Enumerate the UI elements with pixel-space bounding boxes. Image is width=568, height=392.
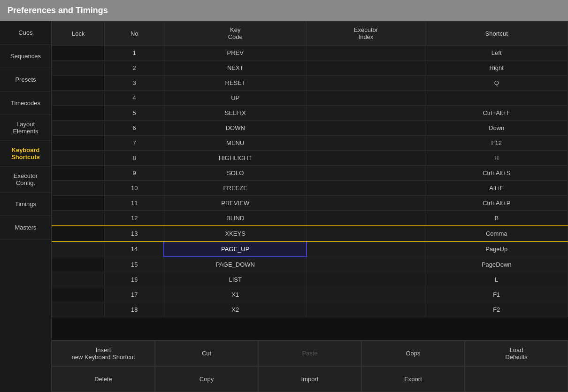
shortcut-cell: L: [425, 272, 568, 287]
copy-button[interactable]: Copy: [155, 366, 258, 392]
key-code-cell[interactable]: SOLO: [164, 166, 307, 181]
table-row[interactable]: 12BLINDB: [52, 211, 568, 226]
sidebar-item-cues[interactable]: Cues: [0, 21, 51, 45]
sidebar-item-sequences[interactable]: Sequences: [0, 45, 51, 68]
insert-button[interactable]: Insert new Keyboard Shortcut: [52, 340, 155, 366]
executor-index-cell: [307, 76, 425, 91]
table-row[interactable]: 17X1F1: [52, 287, 568, 302]
key-code-cell[interactable]: FREEZE: [164, 181, 307, 196]
sidebar-item-timecodes[interactable]: Timecodes: [0, 92, 51, 115]
no-cell: 13: [105, 226, 164, 241]
sidebar-item-layout-elements[interactable]: Layout Elements: [0, 115, 51, 141]
table-row[interactable]: 10FREEZEAlt+F: [52, 181, 568, 196]
executor-index-cell: [307, 181, 425, 196]
lock-cell: [52, 272, 105, 287]
key-code-cell[interactable]: PREV: [164, 46, 307, 61]
key-code-cell[interactable]: HIGHLIGHT: [164, 151, 307, 166]
sidebar-item-masters[interactable]: Masters: [0, 216, 51, 239]
table-row[interactable]: 16LISTL: [52, 272, 568, 287]
lock-cell: [52, 106, 105, 121]
app-title: Preferences and Timings: [8, 6, 108, 15]
executor-index-cell: [307, 257, 425, 272]
table-row[interactable]: 3RESETQ: [52, 76, 568, 91]
no-cell: 11: [105, 196, 164, 211]
key-code-cell[interactable]: NEXT: [164, 61, 307, 76]
shortcut-cell: Alt+F: [425, 181, 568, 196]
lock-cell: [52, 211, 105, 226]
key-code-cell[interactable]: DOWN: [164, 121, 307, 136]
key-code-cell[interactable]: XKEYS: [164, 226, 307, 241]
no-cell: 9: [105, 166, 164, 181]
key-code-cell[interactable]: SELFIX: [164, 106, 307, 121]
executor-index-cell: [307, 287, 425, 302]
executor-index-cell: [307, 272, 425, 287]
table-row[interactable]: 15PAGE_DOWNPageDown: [52, 257, 568, 272]
table-row[interactable]: 2NEXTRight: [52, 61, 568, 76]
lock-cell: [52, 121, 105, 136]
sidebar-item-keyboard-shortcuts[interactable]: Keyboard Shortcuts: [0, 141, 51, 167]
table-row[interactable]: 9SOLOCtrl+Alt+S: [52, 166, 568, 181]
key-code-cell[interactable]: LIST: [164, 272, 307, 287]
shortcuts-table: LockNoKeyCodeExecutorIndexShortcut 1PREV…: [52, 21, 568, 317]
import-button[interactable]: Import: [258, 366, 361, 392]
key-code-cell[interactable]: RESET: [164, 76, 307, 91]
key-code-cell[interactable]: PAGE_UP: [164, 241, 307, 257]
table-row[interactable]: 14PAGE_UPPageUp: [52, 241, 568, 257]
sidebar-item-presets[interactable]: Presets: [0, 68, 51, 92]
executor-index-cell: [307, 241, 425, 257]
executor-index-cell: [307, 91, 425, 106]
table-row[interactable]: 5SELFIXCtrl+Alt+F: [52, 106, 568, 121]
lock-cell: [52, 151, 105, 166]
shortcut-cell: [425, 91, 568, 106]
key-code-cell[interactable]: MENU: [164, 136, 307, 151]
sidebar: CuesSequencesPresetsTimecodesLayout Elem…: [0, 21, 52, 392]
button-row-1: Insert new Keyboard ShortcutCutPasteOops…: [52, 340, 568, 366]
shortcut-cell: F2: [425, 302, 568, 317]
lock-cell: [52, 181, 105, 196]
key-code-cell[interactable]: X1: [164, 287, 307, 302]
table-row[interactable]: 7MENUF12: [52, 136, 568, 151]
lock-cell: [52, 196, 105, 211]
table-row[interactable]: 11PREVIEWCtrl+Alt+P: [52, 196, 568, 211]
button-row-2: DeleteCopyImportExport: [52, 366, 568, 392]
delete-button[interactable]: Delete: [52, 366, 155, 392]
shortcut-cell: Ctrl+Alt+S: [425, 166, 568, 181]
key-code-cell[interactable]: PREVIEW: [164, 196, 307, 211]
executor-index-cell: [307, 226, 425, 241]
no-cell: 7: [105, 136, 164, 151]
col-header-no: No: [105, 22, 164, 46]
no-cell: 2: [105, 61, 164, 76]
executor-index-cell: [307, 121, 425, 136]
shortcut-cell: Left: [425, 46, 568, 61]
table-row[interactable]: 8HIGHLIGHTH: [52, 151, 568, 166]
no-cell: 5: [105, 106, 164, 121]
key-code-cell[interactable]: BLIND: [164, 211, 307, 226]
load-defaults-button[interactable]: Load Defaults: [465, 340, 568, 366]
col-header-key-code: KeyCode: [164, 22, 307, 46]
cut-button[interactable]: Cut: [155, 340, 258, 366]
oops-button[interactable]: Oops: [361, 340, 465, 366]
col-header-executor-index: ExecutorIndex: [307, 22, 425, 46]
sidebar-item-timings[interactable]: Timings: [0, 192, 51, 216]
table-body: 1PREVLeft2NEXTRight3RESETQ4UP5SELFIXCtrl…: [52, 46, 568, 317]
no-cell: 4: [105, 91, 164, 106]
key-code-cell[interactable]: PAGE_DOWN: [164, 257, 307, 272]
table-row[interactable]: 18X2F2: [52, 302, 568, 317]
empty5-button: [465, 366, 568, 392]
key-code-cell[interactable]: UP: [164, 91, 307, 106]
export-button[interactable]: Export: [361, 366, 465, 392]
executor-index-cell: [307, 136, 425, 151]
shortcut-cell: Down: [425, 121, 568, 136]
key-code-cell[interactable]: X2: [164, 302, 307, 317]
table-wrapper[interactable]: LockNoKeyCodeExecutorIndexShortcut 1PREV…: [52, 21, 568, 340]
no-cell: 16: [105, 272, 164, 287]
table-row[interactable]: 6DOWNDown: [52, 121, 568, 136]
shortcut-cell: H: [425, 151, 568, 166]
col-header-lock: Lock: [52, 22, 105, 46]
table-row[interactable]: 13XKEYSComma: [52, 226, 568, 241]
shortcut-cell: Comma: [425, 226, 568, 241]
bottom-bar: Insert new Keyboard ShortcutCutPasteOops…: [52, 340, 568, 392]
sidebar-item-executor-config[interactable]: Executor Config.: [0, 167, 51, 192]
table-row[interactable]: 1PREVLeft: [52, 46, 568, 61]
table-row[interactable]: 4UP: [52, 91, 568, 106]
